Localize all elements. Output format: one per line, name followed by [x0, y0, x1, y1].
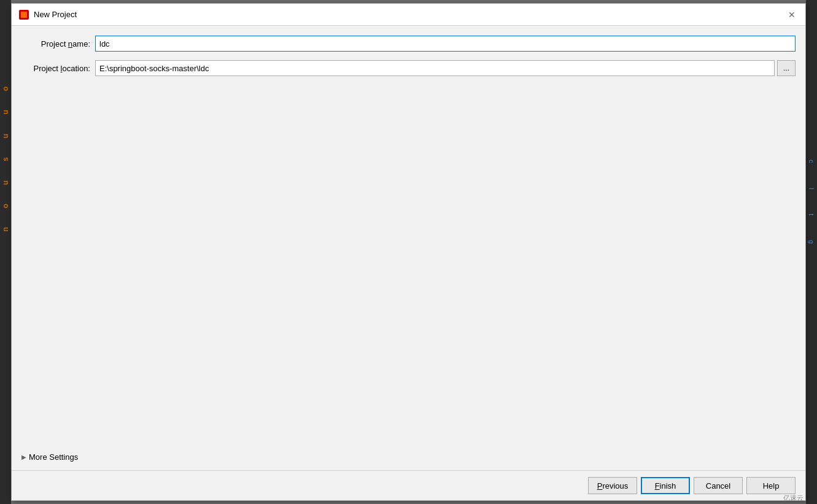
dialog-titlebar: New Project ✕ — [12, 4, 805, 26]
finish-button[interactable]: Finish — [641, 477, 690, 494]
side-text-1: o — [1, 86, 10, 91]
project-name-input[interactable] — [95, 36, 796, 52]
watermark: 亿速云 — [783, 494, 803, 503]
browse-button[interactable]: ... — [777, 60, 796, 76]
finish-label: Finish — [655, 481, 676, 490]
help-label: Help — [763, 481, 780, 490]
side-text-4: s — [1, 157, 10, 161]
help-button[interactable]: Help — [746, 477, 796, 494]
side-text-6: o — [1, 203, 10, 208]
project-name-row: Project name: — [21, 36, 796, 52]
project-location-label: Project location: — [21, 64, 95, 73]
previous-button[interactable]: Previous — [588, 477, 637, 494]
cancel-button[interactable]: Cancel — [694, 477, 743, 494]
project-location-row: Project location: ... — [21, 60, 796, 76]
side-text-5: u — [1, 180, 10, 185]
previous-underline: P — [597, 481, 603, 490]
dialog-title-left: New Project — [19, 10, 77, 20]
dialog-footer: Previous Finish Cancel Help — [12, 470, 805, 500]
project-name-underline: n — [68, 39, 72, 48]
close-button[interactable]: ✕ — [786, 9, 798, 21]
content-area — [21, 85, 796, 448]
dialog-icon — [19, 10, 29, 20]
project-name-label: Project name: — [21, 39, 95, 48]
side-panel-right: c l t g — [806, 0, 817, 504]
new-project-dialog: New Project ✕ Project name: Project loca… — [11, 3, 806, 501]
cancel-label: Cancel — [706, 481, 730, 490]
previous-label: Previous — [597, 481, 629, 490]
side-text-right-4: g — [808, 240, 815, 244]
more-settings-label: More Settings — [29, 452, 78, 462]
project-location-underline: l — [61, 64, 63, 73]
project-location-input[interactable] — [95, 60, 775, 76]
side-text-right-2: l — [808, 188, 815, 189]
side-panel-left: o u u s u o n — [0, 0, 11, 504]
more-settings-arrow: ▶ — [21, 454, 26, 460]
side-text-right-3: t — [808, 214, 815, 215]
project-location-input-wrapper: ... — [95, 60, 796, 76]
dialog-icon-inner — [21, 12, 27, 18]
side-text-right-1: c — [808, 160, 815, 163]
dialog-body: Project name: Project location: ... ▶ Mo… — [12, 26, 805, 470]
finish-underline: F — [655, 481, 660, 490]
side-text-3: u — [1, 133, 10, 138]
side-text-2: u — [1, 109, 10, 114]
side-text-7: n — [1, 227, 10, 231]
dialog-title-text: New Project — [34, 10, 77, 19]
more-settings[interactable]: ▶ More Settings — [21, 448, 796, 464]
